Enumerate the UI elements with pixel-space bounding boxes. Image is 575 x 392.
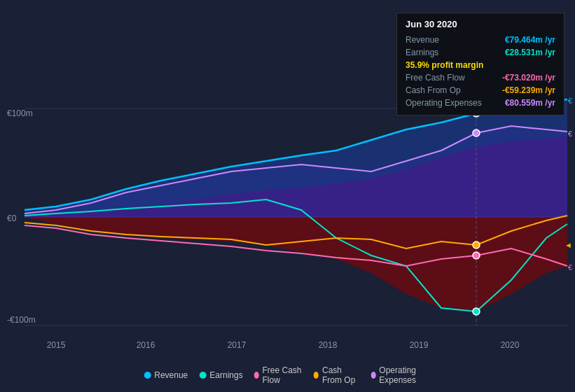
right-label-opex: € (568, 130, 572, 138)
y-label-mid: €0 (7, 214, 16, 223)
x-label-2019: 2019 (410, 340, 429, 350)
x-label-2017: 2017 (228, 340, 247, 350)
y-label-top: €100m (7, 108, 33, 118)
chart-legend: Revenue Earnings Free Cash Flow Cash Fro… (144, 365, 431, 385)
tooltip-date: Jun 30 2020 (406, 19, 555, 29)
x-label-2020: 2020 (501, 340, 520, 350)
legend-cashop-dot (314, 372, 319, 379)
legend-revenue-dot (144, 372, 151, 379)
legend-cashop-label: Cash From Op (322, 365, 360, 385)
legend-opex-dot (370, 372, 375, 379)
legend-fcf-label: Free Cash Flow (262, 365, 303, 385)
tooltip-cashop-value: -€59.239m /yr (502, 85, 555, 95)
x-label-2016: 2016 (137, 340, 155, 350)
tooltip-revenue-value: €79.464m /yr (505, 35, 555, 45)
tooltip-opex-label: Operating Expenses (406, 98, 482, 108)
tooltip-fcf-value: -€73.020m /yr (502, 73, 555, 83)
tooltip-profit-margin: 35.9% profit margin (406, 60, 483, 70)
tooltip-revenue-label: Revenue (406, 35, 439, 45)
tooltip-earnings-row: Earnings €28.531m /yr (406, 46, 555, 59)
legend-earnings-label: Earnings (209, 370, 242, 380)
legend-opex: Operating Expenses (370, 365, 431, 385)
x-label-2015: 2015 (47, 340, 66, 350)
tooltip-earnings-value: €28.531m /yr (505, 48, 555, 57)
legend-revenue: Revenue (144, 370, 188, 380)
legend-fcf-dot (254, 372, 259, 379)
right-label-revenue: € (568, 97, 572, 105)
x-label-2018: 2018 (319, 340, 338, 350)
legend-opex-label: Operating Expenses (379, 365, 431, 385)
legend-fcf: Free Cash Flow (254, 365, 303, 385)
tooltip-revenue-row: Revenue €79.464m /yr (406, 34, 555, 46)
chart-container: €100m €0 -€100m 2015 2016 2017 2018 2019… (0, 0, 575, 392)
tooltip-fcf-row: Free Cash Flow -€73.020m /yr (406, 71, 555, 84)
tooltip-box: Jun 30 2020 Revenue €79.464m /yr Earning… (396, 13, 564, 115)
tooltip-cashop-row: Cash From Op -€59.239m /yr (406, 84, 555, 97)
tooltip-cashop-label: Cash From Op (406, 85, 461, 95)
tooltip-earnings-label: Earnings (406, 48, 438, 57)
svg-point-9 (473, 130, 480, 136)
y-label-bottom: -€100m (7, 315, 36, 325)
right-label-cashop: ◄ (564, 241, 572, 249)
tooltip-opex-row: Operating Expenses €80.559m /yr (406, 97, 555, 109)
svg-point-6 (473, 308, 480, 315)
legend-earnings-dot (199, 372, 206, 379)
legend-revenue-label: Revenue (154, 370, 188, 380)
svg-point-7 (473, 252, 480, 259)
legend-earnings: Earnings (199, 370, 242, 380)
right-label-fcf: € (568, 263, 572, 272)
tooltip-margin-row: 35.9% profit margin (406, 59, 555, 71)
svg-point-8 (473, 241, 480, 248)
tooltip-fcf-label: Free Cash Flow (406, 73, 465, 83)
tooltip-opex-value: €80.559m /yr (505, 98, 555, 108)
legend-cashop: Cash From Op (314, 365, 359, 385)
